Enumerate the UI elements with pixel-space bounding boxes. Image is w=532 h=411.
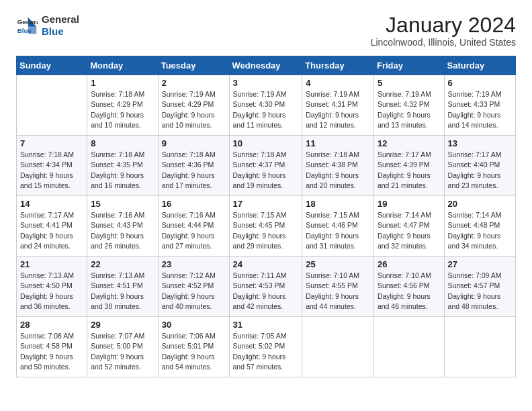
calendar-cell: 23Sunrise: 7:12 AMSunset: 4:52 PMDayligh… — [158, 257, 229, 317]
day-number: 13 — [448, 138, 512, 148]
calendar-cell: 4Sunrise: 7:19 AMSunset: 4:31 PMDaylight… — [302, 75, 374, 136]
weekday-header-tuesday: Tuesday — [158, 56, 229, 75]
day-number: 1 — [91, 78, 154, 88]
day-detail: Sunrise: 7:18 AMSunset: 4:38 PMDaylight:… — [306, 150, 370, 191]
calendar-cell: 6Sunrise: 7:19 AMSunset: 4:33 PMDaylight… — [444, 75, 515, 136]
calendar-cell: 9Sunrise: 7:18 AMSunset: 4:36 PMDaylight… — [158, 136, 229, 196]
day-number: 31 — [233, 320, 299, 330]
calendar-cell: 3Sunrise: 7:19 AMSunset: 4:30 PMDaylight… — [229, 75, 302, 136]
svg-text:General: General — [17, 18, 38, 26]
day-number: 11 — [306, 138, 370, 148]
weekday-row: SundayMondayTuesdayWednesdayThursdayFrid… — [17, 56, 516, 75]
day-detail: Sunrise: 7:18 AMSunset: 4:35 PMDaylight:… — [91, 150, 154, 191]
day-number: 9 — [162, 138, 226, 148]
calendar-header: SundayMondayTuesdayWednesdayThursdayFrid… — [17, 56, 516, 75]
calendar-cell: 15Sunrise: 7:16 AMSunset: 4:43 PMDayligh… — [87, 196, 158, 257]
day-detail: Sunrise: 7:13 AMSunset: 4:51 PMDaylight:… — [91, 271, 154, 312]
day-detail: Sunrise: 7:19 AMSunset: 4:29 PMDaylight:… — [162, 89, 226, 130]
logo-blue: Blue — [42, 26, 79, 38]
svg-text:Blue: Blue — [17, 27, 32, 34]
day-detail: Sunrise: 7:06 AMSunset: 5:01 PMDaylight:… — [162, 331, 226, 372]
calendar: SundayMondayTuesdayWednesdayThursdayFrid… — [16, 56, 516, 377]
calendar-cell: 17Sunrise: 7:15 AMSunset: 4:45 PMDayligh… — [229, 196, 302, 257]
header: General Blue General Blue January 2024 L… — [16, 13, 516, 48]
calendar-cell: 13Sunrise: 7:17 AMSunset: 4:40 PMDayligh… — [444, 136, 515, 196]
day-number: 12 — [378, 138, 441, 148]
calendar-cell: 5Sunrise: 7:19 AMSunset: 4:32 PMDaylight… — [373, 75, 444, 136]
day-detail: Sunrise: 7:14 AMSunset: 4:48 PMDaylight:… — [448, 210, 512, 251]
calendar-cell: 18Sunrise: 7:15 AMSunset: 4:46 PMDayligh… — [302, 196, 374, 257]
day-detail: Sunrise: 7:11 AMSunset: 4:53 PMDaylight:… — [233, 271, 299, 312]
calendar-cell — [17, 75, 87, 136]
day-number: 15 — [91, 199, 154, 209]
calendar-cell: 2Sunrise: 7:19 AMSunset: 4:29 PMDaylight… — [158, 75, 229, 136]
day-number: 3 — [233, 78, 299, 88]
day-number: 14 — [20, 199, 83, 209]
day-detail: Sunrise: 7:05 AMSunset: 5:02 PMDaylight:… — [233, 331, 299, 372]
day-detail: Sunrise: 7:17 AMSunset: 4:40 PMDaylight:… — [448, 150, 512, 191]
day-detail: Sunrise: 7:19 AMSunset: 4:32 PMDaylight:… — [378, 89, 441, 130]
logo: General Blue General Blue — [16, 13, 79, 38]
calendar-week-1: 7Sunrise: 7:18 AMSunset: 4:34 PMDaylight… — [17, 136, 516, 196]
day-number: 8 — [91, 138, 154, 148]
weekday-header-thursday: Thursday — [302, 56, 374, 75]
calendar-cell: 12Sunrise: 7:17 AMSunset: 4:39 PMDayligh… — [373, 136, 444, 196]
calendar-cell — [302, 317, 374, 377]
day-number: 7 — [20, 138, 83, 148]
day-number: 6 — [448, 78, 512, 88]
logo-icon: General Blue — [16, 15, 38, 36]
calendar-cell: 25Sunrise: 7:10 AMSunset: 4:55 PMDayligh… — [302, 257, 374, 317]
calendar-cell: 26Sunrise: 7:10 AMSunset: 4:56 PMDayligh… — [373, 257, 444, 317]
day-detail: Sunrise: 7:18 AMSunset: 4:36 PMDaylight:… — [162, 150, 226, 191]
day-number: 26 — [378, 259, 441, 269]
day-number: 22 — [91, 259, 154, 269]
calendar-week-2: 14Sunrise: 7:17 AMSunset: 4:41 PMDayligh… — [17, 196, 516, 257]
weekday-header-wednesday: Wednesday — [229, 56, 302, 75]
day-detail: Sunrise: 7:15 AMSunset: 4:46 PMDaylight:… — [306, 210, 370, 251]
day-detail: Sunrise: 7:10 AMSunset: 4:56 PMDaylight:… — [378, 271, 441, 312]
day-detail: Sunrise: 7:14 AMSunset: 4:47 PMDaylight:… — [378, 210, 441, 251]
day-detail: Sunrise: 7:10 AMSunset: 4:55 PMDaylight:… — [306, 271, 370, 312]
day-detail: Sunrise: 7:19 AMSunset: 4:33 PMDaylight:… — [448, 89, 512, 130]
calendar-cell: 8Sunrise: 7:18 AMSunset: 4:35 PMDaylight… — [87, 136, 158, 196]
day-number: 10 — [233, 138, 299, 148]
day-detail: Sunrise: 7:19 AMSunset: 4:31 PMDaylight:… — [306, 89, 370, 130]
day-number: 17 — [233, 199, 299, 209]
day-number: 30 — [162, 320, 226, 330]
day-number: 28 — [20, 320, 83, 330]
day-detail: Sunrise: 7:17 AMSunset: 4:39 PMDaylight:… — [378, 150, 441, 191]
day-detail: Sunrise: 7:15 AMSunset: 4:45 PMDaylight:… — [233, 210, 299, 251]
day-number: 18 — [306, 199, 370, 209]
calendar-cell: 21Sunrise: 7:13 AMSunset: 4:50 PMDayligh… — [17, 257, 87, 317]
calendar-week-4: 28Sunrise: 7:08 AMSunset: 4:58 PMDayligh… — [17, 317, 516, 377]
day-number: 21 — [20, 259, 83, 269]
calendar-cell: 22Sunrise: 7:13 AMSunset: 4:51 PMDayligh… — [87, 257, 158, 317]
calendar-cell: 10Sunrise: 7:18 AMSunset: 4:37 PMDayligh… — [229, 136, 302, 196]
day-number: 27 — [448, 259, 512, 269]
day-number: 19 — [378, 199, 441, 209]
day-detail: Sunrise: 7:18 AMSunset: 4:34 PMDaylight:… — [20, 150, 83, 191]
day-detail: Sunrise: 7:08 AMSunset: 4:58 PMDaylight:… — [20, 331, 83, 372]
logo-general: General — [42, 13, 79, 26]
calendar-cell: 20Sunrise: 7:14 AMSunset: 4:48 PMDayligh… — [444, 196, 515, 257]
calendar-week-0: 1Sunrise: 7:18 AMSunset: 4:29 PMDaylight… — [17, 75, 516, 136]
day-number: 16 — [162, 199, 226, 209]
calendar-cell: 14Sunrise: 7:17 AMSunset: 4:41 PMDayligh… — [17, 196, 87, 257]
calendar-body: 1Sunrise: 7:18 AMSunset: 4:29 PMDaylight… — [17, 75, 516, 377]
title-block: January 2024 Lincolnwood, Illinois, Unit… — [371, 13, 516, 48]
day-number: 29 — [91, 320, 154, 330]
calendar-cell: 19Sunrise: 7:14 AMSunset: 4:47 PMDayligh… — [373, 196, 444, 257]
day-detail: Sunrise: 7:16 AMSunset: 4:43 PMDaylight:… — [91, 210, 154, 251]
calendar-cell — [373, 317, 444, 377]
day-number: 20 — [448, 199, 512, 209]
calendar-cell: 7Sunrise: 7:18 AMSunset: 4:34 PMDaylight… — [17, 136, 87, 196]
day-detail: Sunrise: 7:17 AMSunset: 4:41 PMDaylight:… — [20, 210, 83, 251]
day-number: 25 — [306, 259, 370, 269]
day-detail: Sunrise: 7:18 AMSunset: 4:37 PMDaylight:… — [233, 150, 299, 191]
day-detail: Sunrise: 7:07 AMSunset: 5:00 PMDaylight:… — [91, 331, 154, 372]
day-number: 4 — [306, 78, 370, 88]
location: Lincolnwood, Illinois, United States — [371, 37, 516, 48]
calendar-cell: 27Sunrise: 7:09 AMSunset: 4:57 PMDayligh… — [444, 257, 515, 317]
day-number: 2 — [162, 78, 226, 88]
day-detail: Sunrise: 7:19 AMSunset: 4:30 PMDaylight:… — [233, 89, 299, 130]
